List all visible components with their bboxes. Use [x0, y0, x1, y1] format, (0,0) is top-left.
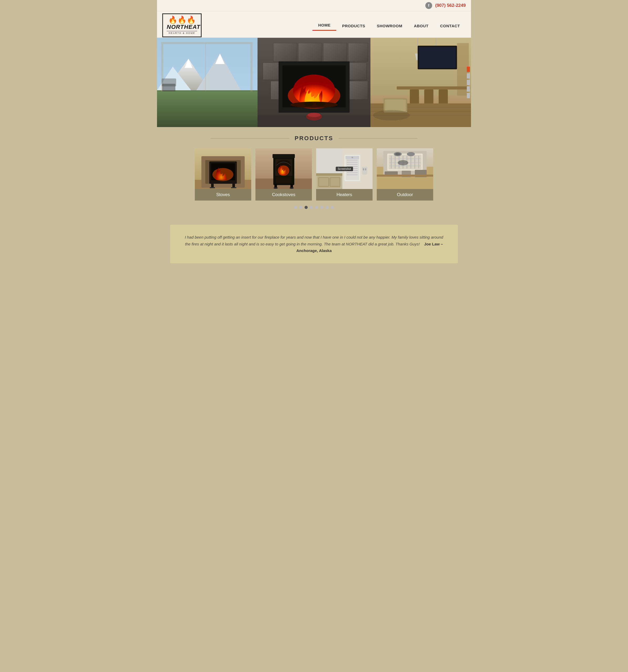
svg-point-128 — [398, 160, 408, 165]
svg-point-38 — [308, 113, 320, 117]
svg-rect-77 — [276, 177, 291, 183]
hero-left-panel — [157, 38, 258, 127]
carousel-dot-1[interactable] — [294, 206, 297, 209]
svg-rect-20 — [348, 43, 368, 62]
testimonial-section: I had been putting off getting an insert… — [157, 217, 471, 274]
svg-point-58 — [373, 110, 410, 120]
logo-name: NORTHEAT — [167, 24, 197, 30]
flames-icon: 🔥🔥🔥 — [167, 16, 197, 24]
svg-rect-103 — [363, 168, 364, 170]
cookstoves-image — [256, 148, 312, 189]
svg-rect-11 — [207, 103, 210, 111]
logo-box: 🔥🔥🔥 NORTHEAT HEARTH & HOME — [162, 14, 202, 37]
products-section: PRODUCTS — [157, 127, 471, 217]
header-top-bar: f (907) 562-2249 — [157, 0, 471, 11]
phone-number[interactable]: (907) 562-2249 — [435, 3, 466, 8]
carousel-dot-8[interactable] — [331, 206, 334, 209]
testimonial-quote-content: I had been putting off getting an insert… — [185, 235, 443, 246]
svg-rect-50 — [424, 90, 433, 105]
svg-rect-12 — [173, 97, 183, 101]
svg-point-81 — [290, 187, 294, 189]
heaters-label: Heaters — [316, 189, 372, 200]
svg-rect-15 — [162, 78, 176, 86]
carousel-dots — [162, 206, 466, 209]
svg-rect-87 — [317, 176, 340, 188]
svg-point-126 — [407, 152, 415, 156]
products-title: PRODUCTS — [295, 135, 333, 142]
svg-rect-46 — [419, 47, 456, 68]
svg-rect-86 — [316, 173, 342, 176]
svg-rect-69 — [231, 187, 236, 188]
svg-rect-28 — [348, 81, 368, 99]
svg-rect-9 — [162, 101, 215, 103]
stoves-image — [195, 148, 251, 189]
carousel-dot-7[interactable] — [325, 206, 329, 209]
svg-rect-18 — [298, 43, 322, 62]
svg-rect-73 — [272, 154, 295, 158]
products-title-row: PRODUCTS — [162, 135, 466, 142]
carousel-dot-6[interactable] — [320, 206, 323, 209]
svg-rect-49 — [410, 90, 419, 105]
product-card-outdoor[interactable]: Outdoor — [377, 148, 433, 200]
svg-rect-6 — [157, 90, 258, 127]
carousel-dot-3[interactable] — [305, 206, 308, 209]
heaters-image: Screenshot — [316, 148, 372, 189]
nav-links: HOME PRODUCTS SHOWROOM ABOUT CONTACT — [312, 20, 466, 31]
outdoor-image — [377, 148, 433, 189]
stoves-label: Stoves — [195, 189, 251, 200]
carousel-dot-4[interactable] — [310, 206, 313, 209]
cookstoves-label: Cookstoves — [256, 189, 312, 200]
svg-point-101 — [352, 157, 353, 158]
hero-banner — [157, 38, 471, 127]
products-line-right — [339, 138, 417, 139]
svg-point-34 — [304, 102, 313, 106]
slider-dot-2[interactable] — [467, 73, 470, 78]
svg-rect-68 — [210, 187, 215, 188]
carousel-dot-5[interactable] — [315, 206, 318, 209]
svg-rect-104 — [365, 168, 366, 170]
slider-right-dots — [467, 67, 471, 98]
slider-dot-4[interactable] — [467, 86, 470, 92]
outdoor-label: Outdoor — [377, 189, 433, 200]
svg-point-33 — [290, 102, 338, 108]
hero-center-panel — [258, 38, 371, 127]
header-nav: 🔥🔥🔥 NORTHEAT HEARTH & HOME HOME PRODUCTS… — [157, 11, 471, 38]
svg-rect-19 — [323, 43, 347, 62]
svg-point-35 — [316, 102, 325, 106]
logo-subtext: HEARTH & HOME — [167, 31, 197, 34]
slider-dot-3[interactable] — [467, 80, 470, 85]
slider-dot-1[interactable] — [467, 67, 470, 72]
hero-composite — [157, 38, 471, 127]
svg-point-80 — [273, 187, 278, 189]
products-line-left — [211, 138, 289, 139]
logo[interactable]: 🔥🔥🔥 NORTHEAT HEARTH & HOME — [162, 14, 202, 37]
svg-rect-127 — [377, 174, 433, 177]
svg-point-125 — [395, 153, 401, 155]
nav-home[interactable]: HOME — [312, 20, 336, 31]
svg-rect-13 — [174, 96, 182, 99]
svg-rect-51 — [439, 90, 448, 105]
testimonial-text: I had been putting off getting an insert… — [183, 234, 445, 254]
slider-dot-5[interactable] — [467, 93, 470, 98]
svg-rect-17 — [273, 43, 297, 62]
carousel-dot-2[interactable] — [299, 206, 303, 209]
svg-rect-102 — [362, 167, 367, 174]
product-card-cookstoves[interactable]: Cookstoves — [256, 148, 312, 200]
nav-contact[interactable]: CONTACT — [434, 21, 466, 31]
hero-right-panel — [370, 38, 471, 127]
svg-rect-48 — [397, 86, 470, 90]
svg-rect-57 — [385, 99, 406, 111]
facebook-icon[interactable]: f — [425, 2, 432, 9]
product-card-heaters[interactable]: Screenshot Heaters — [316, 148, 372, 200]
product-cards: Stoves — [162, 148, 466, 200]
nav-about[interactable]: ABOUT — [408, 21, 434, 31]
product-card-stoves[interactable]: Stoves — [195, 148, 251, 200]
testimonial-box: I had been putting off getting an insert… — [170, 225, 458, 263]
nav-products[interactable]: PRODUCTS — [336, 21, 371, 31]
svg-rect-10 — [168, 103, 170, 111]
screenshot-badge: Screenshot — [336, 167, 353, 171]
nav-showroom[interactable]: SHOWROOM — [371, 21, 408, 31]
